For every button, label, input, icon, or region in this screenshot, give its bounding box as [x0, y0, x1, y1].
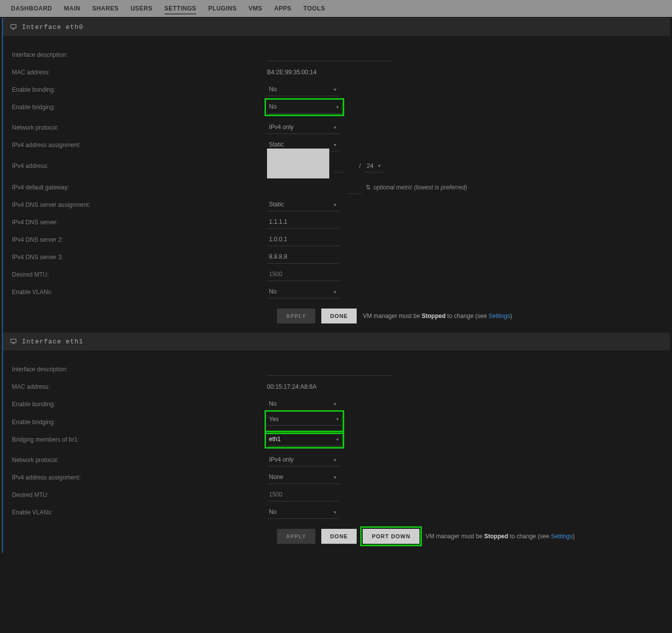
eth1-vlans-select[interactable]: No: [267, 506, 339, 519]
eth0-label-bonding: Enable bonding:: [8, 86, 267, 93]
eth1-label-mac: MAC address:: [8, 383, 267, 390]
eth1-label-members: Bridging members of br1:: [8, 436, 267, 443]
eth0-ipv4-tail-input[interactable]: [333, 159, 343, 172]
eth1-apply-button[interactable]: APPLY: [277, 529, 315, 544]
eth0-note: VM manager must be Stopped to change (se…: [363, 313, 512, 319]
eth1-form: Interface description: MAC address: 00:1…: [3, 350, 670, 553]
tab-shares[interactable]: SHARES: [86, 0, 125, 17]
eth0-mask-select[interactable]: 24: [365, 159, 384, 172]
tab-dashboard[interactable]: DASHBOARD: [5, 0, 58, 17]
network-icon: [10, 23, 17, 30]
eth0-metric-hint: ⇅optional metric (lowest is preferred): [366, 184, 467, 191]
svg-rect-3: [11, 339, 16, 342]
tab-users[interactable]: USERS: [125, 0, 158, 17]
eth0-dns3-input[interactable]: [267, 251, 339, 264]
eth1-mac-value: 00:15:17:24:A8:6A: [267, 383, 316, 390]
eth1-done-button[interactable]: DONE: [321, 529, 357, 544]
eth1-label-protocol: Network protocol:: [8, 457, 267, 464]
eth1-label-bonding: Enable bonding:: [8, 401, 267, 408]
eth0-label-desc: Interface description:: [8, 51, 267, 58]
eth0-bridging-select[interactable]: No: [267, 101, 342, 114]
eth0-label-dns2: IPv4 DNS server 2:: [8, 236, 267, 243]
eth0-mac-value: B4:2E:99:35:00:14: [267, 69, 316, 76]
slash-literal: /: [359, 162, 361, 169]
eth1-desc-input[interactable]: [267, 363, 392, 376]
eth1-label-desc: Interface description:: [8, 366, 267, 373]
eth0-dns1-input[interactable]: [267, 216, 339, 229]
eth0-button-row: APPLY DONE VM manager must be Stopped to…: [277, 309, 665, 323]
top-nav: DASHBOARD MAIN SHARES USERS SETTINGS PLU…: [0, 0, 672, 17]
eth1-protocol-select[interactable]: IPv4 only: [267, 454, 339, 467]
eth1-portdown-button[interactable]: PORT DOWN: [363, 529, 419, 544]
content-area: Interface eth0 Interface description: MA…: [2, 18, 670, 553]
tab-tools[interactable]: TOOLS: [297, 0, 331, 17]
eth0-dnsassign-select[interactable]: Static: [267, 198, 339, 211]
eth0-dns2-input[interactable]: [267, 233, 339, 246]
eth1-label-ipv4assign: IPv4 address assignment:: [8, 474, 267, 481]
tab-settings[interactable]: SETTINGS: [158, 0, 202, 17]
eth0-label-protocol: Network protocol:: [8, 124, 267, 131]
eth0-label-mtu: Desired MTU:: [8, 271, 267, 278]
eth1-label-vlans: Enable VLANs:: [8, 509, 267, 516]
sort-icon: ⇅: [366, 184, 371, 191]
eth0-label-ipv4assign: IPv4 address assignment:: [8, 142, 267, 149]
tab-apps[interactable]: APPS: [268, 0, 297, 17]
tab-plugins[interactable]: PLUGINS: [202, 0, 243, 17]
eth0-mtu-input[interactable]: [267, 268, 339, 281]
network-icon: [10, 338, 17, 345]
eth1-bridging-select[interactable]: Yes: [267, 413, 342, 426]
eth1-label-mtu: Desired MTU:: [8, 491, 267, 498]
svg-rect-0: [11, 24, 16, 28]
eth1-members-select[interactable]: eth1: [267, 433, 342, 446]
eth0-done-button[interactable]: DONE: [321, 309, 357, 323]
eth0-label-ipv4addr: IPv4 address:: [8, 162, 267, 169]
eth0-form: Interface description: MAC address: B4:2…: [3, 36, 670, 332]
eth0-vlans-select[interactable]: No: [267, 286, 339, 299]
eth0-protocol-select[interactable]: IPv4 only: [267, 121, 339, 134]
eth0-label-vlans: Enable VLANs:: [8, 289, 267, 296]
eth0-desc-input[interactable]: [267, 48, 392, 61]
eth0-label-dnsassign: IPv4 DNS server assignment:: [8, 201, 267, 208]
eth0-label-gw: IPv4 default gateway:: [8, 184, 267, 191]
eth0-gw-metric-input[interactable]: [347, 181, 362, 194]
tab-main[interactable]: MAIN: [58, 0, 87, 17]
section-eth0-title: Interface eth0: [22, 23, 83, 31]
eth0-ipv4-redacted: [267, 149, 329, 178]
eth1-mtu-input[interactable]: [267, 488, 339, 501]
eth0-apply-button[interactable]: APPLY: [277, 309, 315, 323]
eth0-bonding-select[interactable]: No: [267, 83, 339, 96]
eth1-button-row: APPLY DONE PORT DOWN VM manager must be …: [277, 529, 665, 544]
section-eth1-title: Interface eth1: [22, 338, 83, 345]
eth0-label-dns3: IPv4 DNS server 3:: [8, 254, 267, 261]
eth1-note: VM manager must be Stopped to change (se…: [425, 533, 574, 540]
eth1-ipv4assign-select[interactable]: None: [267, 471, 339, 484]
section-eth1-header: Interface eth1: [3, 332, 670, 350]
eth0-label-mac: MAC address:: [8, 69, 267, 76]
eth1-label-bridging: Enable bridging:: [8, 419, 267, 426]
eth1-settings-link[interactable]: Settings: [551, 533, 572, 540]
eth1-bonding-select[interactable]: No: [267, 398, 339, 411]
eth0-label-bridging: Enable bridging:: [8, 104, 267, 111]
eth0-label-dns1: IPv4 DNS server:: [8, 219, 267, 226]
tab-vms[interactable]: VMS: [243, 0, 269, 17]
eth0-settings-link[interactable]: Settings: [489, 313, 510, 319]
section-eth0-header: Interface eth0: [3, 18, 670, 36]
